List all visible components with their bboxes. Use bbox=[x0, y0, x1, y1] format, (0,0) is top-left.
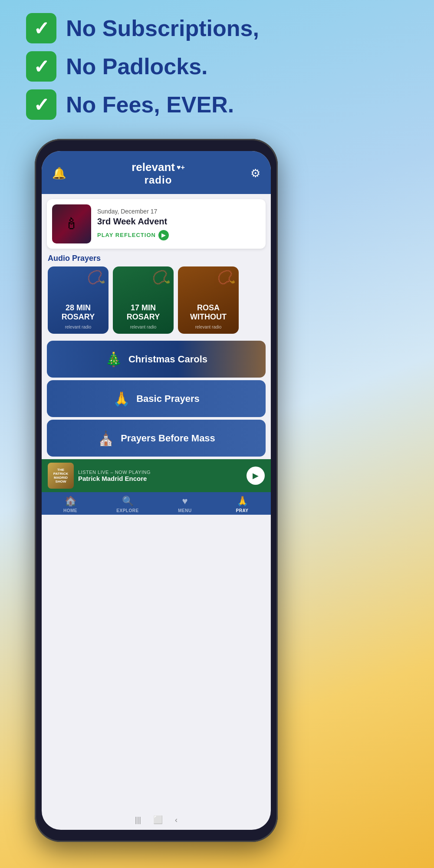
search-icon: 🔍 bbox=[122, 496, 134, 507]
listen-live-label: LISTEN LIVE – NOW PLAYING bbox=[78, 470, 242, 475]
prayer-card-28min-text: 28 MINROSARY bbox=[62, 303, 95, 322]
advent-title: 3rd Week Advent bbox=[97, 217, 260, 227]
prayer-card-17min-text: 17 MINROSARY bbox=[127, 303, 160, 322]
audio-prayers-scroll: 📿 28 MINROSARY relevant radio 📿 17 MINRO… bbox=[42, 266, 271, 338]
rosary-beads-icon-2: 📿 bbox=[150, 267, 172, 289]
play-reflection-button[interactable]: PLAY REFLECTION ▶ bbox=[97, 230, 260, 240]
praying-hands-icon: 🙏 bbox=[113, 391, 130, 407]
prayer-card-28min[interactable]: 📿 28 MINROSARY relevant radio bbox=[48, 266, 108, 334]
bell-icon[interactable]: 🔔 bbox=[52, 167, 66, 180]
show-name-tiny-3: MADRID bbox=[54, 476, 68, 480]
settings-icon[interactable]: ⚙ bbox=[250, 167, 260, 180]
nav-home[interactable]: 🏠 HOME bbox=[42, 496, 99, 513]
christmas-carols-card[interactable]: 🎄 Christmas Carols bbox=[47, 341, 266, 378]
check-icon-1: ✓ bbox=[33, 17, 49, 39]
promo-text-1: No Subscriptions, bbox=[66, 15, 259, 41]
nav-home-label: HOME bbox=[63, 508, 77, 513]
promo-line-3: ✓ No Fees, EVER. bbox=[26, 89, 259, 120]
advent-info: Sunday, December 17 3rd Week Advent PLAY… bbox=[97, 208, 260, 240]
nav-menu-label: MENU bbox=[178, 508, 191, 513]
now-playing-info: LISTEN LIVE – NOW PLAYING Patrick Madrid… bbox=[78, 470, 242, 482]
nav-pray-label: PRAY bbox=[236, 508, 249, 513]
home-nav-indicator: ⬜ bbox=[153, 815, 163, 825]
promo-text-2: No Padlocks. bbox=[66, 53, 208, 79]
app-header: 🔔 relevant ♥+ radio ⚙ bbox=[42, 151, 271, 194]
prayers-before-mass-label: Prayers Before Mass bbox=[121, 433, 215, 444]
phone-screen: 🔔 relevant ♥+ radio ⚙ 🕯 Sunday, December… bbox=[42, 151, 271, 830]
play-reflection-label: PLAY REFLECTION bbox=[97, 232, 156, 238]
logo-heart-icon: ♥+ bbox=[177, 164, 185, 171]
logo-word2: radio bbox=[145, 174, 172, 186]
check-badge-3: ✓ bbox=[26, 89, 56, 120]
basic-prayers-label: Basic Prayers bbox=[136, 393, 200, 404]
logo-text: relevant ♥+ bbox=[132, 161, 185, 174]
nav-explore[interactable]: 🔍 EXPLORE bbox=[99, 496, 156, 513]
home-icon: 🏠 bbox=[65, 496, 76, 507]
audio-prayers-title: Audio Prayers bbox=[48, 254, 265, 263]
show-name-tiny: THE bbox=[57, 468, 64, 472]
prayer-card-17min[interactable]: 📿 17 MINROSARY relevant radio bbox=[113, 266, 174, 334]
promo-text-3: No Fees, EVER. bbox=[66, 92, 234, 118]
logo-word1: relevant bbox=[132, 161, 175, 174]
phone-frame: 🔔 relevant ♥+ radio ⚙ 🕯 Sunday, December… bbox=[35, 139, 278, 842]
check-icon-3: ✓ bbox=[33, 94, 49, 116]
check-icon-2: ✓ bbox=[33, 56, 49, 78]
christmas-tree-icon: 🎄 bbox=[105, 351, 122, 368]
check-badge-1: ✓ bbox=[26, 13, 56, 43]
nav-menu[interactable]: ♥ MENU bbox=[156, 496, 214, 513]
advent-card[interactable]: 🕯 Sunday, December 17 3rd Week Advent PL… bbox=[47, 199, 266, 249]
prayer-card-rosa[interactable]: 📿 ROSAWITHOUT relevant radio bbox=[178, 266, 239, 334]
now-playing-bar[interactable]: THE PATRICK MADRID SHOW LISTEN LIVE – NO… bbox=[42, 459, 271, 492]
prayer-card-logo-1: relevant radio bbox=[65, 325, 92, 329]
nav-pray[interactable]: 🙏 PRAY bbox=[214, 496, 271, 513]
prayer-card-logo-2: relevant radio bbox=[130, 325, 157, 329]
promo-line-2: ✓ No Padlocks. bbox=[26, 51, 259, 82]
prayer-card-rosa-text: ROSAWITHOUT bbox=[190, 303, 227, 322]
nav-explore-label: EXPLORE bbox=[116, 508, 138, 513]
menu-heart-icon: ♥ bbox=[182, 496, 187, 507]
pray-icon: 🙏 bbox=[237, 496, 248, 507]
show-name-tiny-2: PATRICK bbox=[53, 472, 68, 476]
now-playing-play-button[interactable]: ▶ bbox=[247, 467, 265, 485]
now-playing-title: Patrick Madrid Encore bbox=[78, 475, 242, 482]
advent-image: 🕯 bbox=[52, 204, 91, 243]
bottom-navigation: 🏠 HOME 🔍 EXPLORE ♥ MENU 🙏 PRAY bbox=[42, 492, 271, 515]
promo-section: ✓ No Subscriptions, ✓ No Padlocks. ✓ No … bbox=[26, 13, 259, 128]
show-name-tiny-4: SHOW bbox=[56, 480, 66, 483]
back-nav-indicator: ||| bbox=[135, 815, 141, 825]
show-thumbnail: THE PATRICK MADRID SHOW bbox=[48, 463, 74, 489]
prayers-before-mass-card[interactable]: ⛪ Prayers Before Mass bbox=[47, 420, 266, 457]
phone-bottom-indicators: ||| ⬜ ‹ bbox=[135, 815, 178, 825]
play-circle-icon: ▶ bbox=[158, 230, 169, 240]
rosary-beads-icon-3: 📿 bbox=[215, 267, 237, 289]
basic-prayers-card[interactable]: 🙏 Basic Prayers bbox=[47, 380, 266, 417]
prayer-card-logo-3: relevant radio bbox=[195, 325, 222, 329]
now-playing-avatar: THE PATRICK MADRID SHOW bbox=[48, 463, 74, 489]
christmas-carols-label: Christmas Carols bbox=[128, 354, 207, 365]
promo-line-1: ✓ No Subscriptions, bbox=[26, 13, 259, 43]
app-logo: relevant ♥+ radio bbox=[132, 161, 185, 186]
rosary-beads-icon-1: 📿 bbox=[85, 267, 107, 289]
church-icon: ⛪ bbox=[97, 430, 115, 447]
check-badge-2: ✓ bbox=[26, 51, 56, 82]
advent-date: Sunday, December 17 bbox=[97, 208, 260, 215]
recents-nav-indicator: ‹ bbox=[175, 815, 178, 825]
phone-device: 🔔 relevant ♥+ radio ⚙ 🕯 Sunday, December… bbox=[35, 139, 278, 842]
